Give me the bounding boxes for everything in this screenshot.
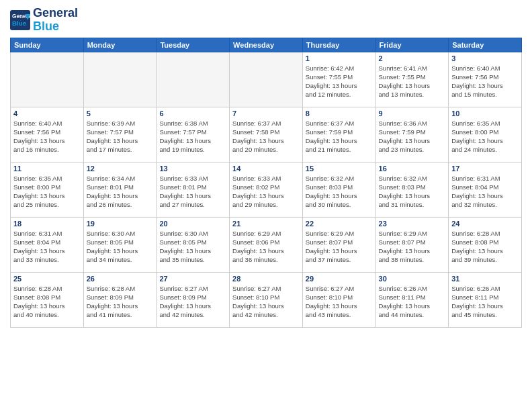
day-cell-26: 26Sunrise: 6:28 AMSunset: 8:09 PMDayligh…: [83, 272, 157, 327]
day-number: 28: [232, 275, 300, 283]
day-number: 15: [306, 165, 373, 173]
day-info: Sunrise: 6:27 AMSunset: 8:10 PMDaylight:…: [306, 284, 373, 320]
day-number: 18: [13, 220, 81, 228]
day-info: Sunrise: 6:29 AMSunset: 8:07 PMDaylight:…: [379, 229, 446, 265]
day-cell-4: 4Sunrise: 6:40 AMSunset: 7:56 PMDaylight…: [11, 107, 84, 162]
day-info: Sunrise: 6:29 AMSunset: 8:07 PMDaylight:…: [306, 229, 373, 265]
day-info: Sunrise: 6:32 AMSunset: 8:03 PMDaylight:…: [379, 174, 446, 210]
day-number: 9: [379, 109, 446, 118]
day-info: Sunrise: 6:33 AMSunset: 8:01 PMDaylight:…: [159, 174, 226, 210]
day-cell-27: 27Sunrise: 6:27 AMSunset: 8:09 PMDayligh…: [157, 272, 230, 327]
weekday-tuesday: Tuesday: [157, 38, 230, 52]
day-info: Sunrise: 6:37 AMSunset: 7:58 PMDaylight:…: [232, 119, 300, 154]
day-cell-8: 8Sunrise: 6:37 AMSunset: 7:59 PMDaylight…: [302, 107, 375, 162]
day-number: 30: [379, 275, 446, 283]
day-cell-30: 30Sunrise: 6:26 AMSunset: 8:11 PMDayligh…: [375, 272, 449, 327]
day-cell-3: 3Sunrise: 6:40 AMSunset: 7:56 PMDaylight…: [449, 52, 522, 107]
svg-text:Blue: Blue: [12, 19, 27, 26]
day-cell-17: 17Sunrise: 6:31 AMSunset: 8:04 PMDayligh…: [449, 162, 522, 217]
day-number: 1: [306, 54, 373, 62]
day-cell-24: 24Sunrise: 6:28 AMSunset: 8:08 PMDayligh…: [449, 217, 522, 272]
day-info: Sunrise: 6:28 AMSunset: 8:08 PMDaylight:…: [13, 284, 81, 320]
day-info: Sunrise: 6:40 AMSunset: 7:56 PMDaylight:…: [13, 119, 81, 154]
day-info: Sunrise: 6:28 AMSunset: 8:08 PMDaylight:…: [451, 229, 519, 265]
day-cell-15: 15Sunrise: 6:32 AMSunset: 8:03 PMDayligh…: [302, 162, 375, 217]
calendar-table: SundayMondayTuesdayWednesdayThursdayFrid…: [10, 38, 522, 328]
weekday-thursday: Thursday: [302, 38, 375, 52]
day-info: Sunrise: 6:39 AMSunset: 7:57 PMDaylight:…: [87, 119, 154, 154]
day-number: 13: [159, 165, 226, 173]
day-info: Sunrise: 6:27 AMSunset: 8:10 PMDaylight:…: [232, 284, 300, 320]
day-info: Sunrise: 6:37 AMSunset: 7:59 PMDaylight:…: [306, 119, 373, 154]
day-info: Sunrise: 6:35 AMSunset: 8:00 PMDaylight:…: [451, 119, 519, 154]
day-info: Sunrise: 6:29 AMSunset: 8:06 PMDaylight:…: [232, 229, 300, 265]
day-cell-20: 20Sunrise: 6:30 AMSunset: 8:05 PMDayligh…: [157, 217, 230, 272]
day-cell-16: 16Sunrise: 6:32 AMSunset: 8:03 PMDayligh…: [375, 162, 449, 217]
day-number: 22: [306, 220, 373, 228]
day-cell-22: 22Sunrise: 6:29 AMSunset: 8:07 PMDayligh…: [302, 217, 375, 272]
day-info: Sunrise: 6:34 AMSunset: 8:01 PMDaylight:…: [87, 174, 154, 210]
logo-text: GeneralBlue: [33, 7, 78, 34]
day-info: Sunrise: 6:28 AMSunset: 8:09 PMDaylight:…: [87, 284, 154, 320]
day-cell-23: 23Sunrise: 6:29 AMSunset: 8:07 PMDayligh…: [375, 217, 449, 272]
weekday-monday: Monday: [83, 38, 157, 52]
day-cell-13: 13Sunrise: 6:33 AMSunset: 8:01 PMDayligh…: [157, 162, 230, 217]
day-info: Sunrise: 6:31 AMSunset: 8:04 PMDaylight:…: [451, 174, 519, 210]
day-info: Sunrise: 6:42 AMSunset: 7:55 PMDaylight:…: [306, 64, 373, 99]
day-number: 4: [13, 109, 81, 118]
weekday-saturday: Saturday: [449, 38, 522, 52]
day-number: 31: [451, 275, 519, 283]
empty-cell: [157, 52, 230, 107]
day-cell-1: 1Sunrise: 6:42 AMSunset: 7:55 PMDaylight…: [302, 52, 375, 107]
day-info: Sunrise: 6:32 AMSunset: 8:03 PMDaylight:…: [306, 174, 373, 210]
day-number: 7: [232, 109, 300, 118]
day-info: Sunrise: 6:26 AMSunset: 8:11 PMDaylight:…: [451, 284, 519, 320]
weekday-friday: Friday: [375, 38, 449, 52]
day-number: 11: [13, 165, 81, 173]
header: General Blue GeneralBlue: [10, 7, 522, 34]
day-number: 3: [451, 54, 519, 62]
day-number: 10: [451, 109, 519, 118]
empty-cell: [230, 52, 303, 107]
week-row-1: 1Sunrise: 6:42 AMSunset: 7:55 PMDaylight…: [11, 52, 522, 107]
day-info: Sunrise: 6:33 AMSunset: 8:02 PMDaylight:…: [232, 174, 300, 210]
day-cell-31: 31Sunrise: 6:26 AMSunset: 8:11 PMDayligh…: [449, 272, 522, 327]
day-cell-10: 10Sunrise: 6:35 AMSunset: 8:00 PMDayligh…: [449, 107, 522, 162]
day-info: Sunrise: 6:40 AMSunset: 7:56 PMDaylight:…: [451, 64, 519, 99]
day-number: 12: [87, 165, 154, 173]
week-row-4: 18Sunrise: 6:31 AMSunset: 8:04 PMDayligh…: [11, 217, 522, 272]
day-number: 26: [87, 275, 154, 283]
weekday-sunday: Sunday: [11, 38, 84, 52]
empty-cell: [83, 52, 157, 107]
day-number: 17: [451, 165, 519, 173]
day-number: 24: [451, 220, 519, 228]
day-cell-9: 9Sunrise: 6:36 AMSunset: 7:59 PMDaylight…: [375, 107, 449, 162]
day-number: 6: [159, 109, 226, 118]
day-info: Sunrise: 6:38 AMSunset: 7:57 PMDaylight:…: [159, 119, 226, 154]
day-info: Sunrise: 6:27 AMSunset: 8:09 PMDaylight:…: [159, 284, 226, 320]
day-cell-18: 18Sunrise: 6:31 AMSunset: 8:04 PMDayligh…: [11, 217, 84, 272]
day-cell-25: 25Sunrise: 6:28 AMSunset: 8:08 PMDayligh…: [11, 272, 84, 327]
week-row-5: 25Sunrise: 6:28 AMSunset: 8:08 PMDayligh…: [11, 272, 522, 327]
day-cell-14: 14Sunrise: 6:33 AMSunset: 8:02 PMDayligh…: [230, 162, 303, 217]
day-info: Sunrise: 6:31 AMSunset: 8:04 PMDaylight:…: [13, 229, 81, 265]
day-cell-21: 21Sunrise: 6:29 AMSunset: 8:06 PMDayligh…: [230, 217, 303, 272]
week-row-3: 11Sunrise: 6:35 AMSunset: 8:00 PMDayligh…: [11, 162, 522, 217]
day-cell-29: 29Sunrise: 6:27 AMSunset: 8:10 PMDayligh…: [302, 272, 375, 327]
day-cell-11: 11Sunrise: 6:35 AMSunset: 8:00 PMDayligh…: [11, 162, 84, 217]
day-cell-6: 6Sunrise: 6:38 AMSunset: 7:57 PMDaylight…: [157, 107, 230, 162]
week-row-2: 4Sunrise: 6:40 AMSunset: 7:56 PMDaylight…: [11, 107, 522, 162]
day-cell-2: 2Sunrise: 6:41 AMSunset: 7:55 PMDaylight…: [375, 52, 449, 107]
day-number: 21: [232, 220, 300, 228]
day-number: 16: [379, 165, 446, 173]
day-cell-19: 19Sunrise: 6:30 AMSunset: 8:05 PMDayligh…: [83, 217, 157, 272]
day-cell-7: 7Sunrise: 6:37 AMSunset: 7:58 PMDaylight…: [230, 107, 303, 162]
day-number: 5: [87, 109, 154, 118]
day-number: 14: [232, 165, 300, 173]
logo: General Blue GeneralBlue: [10, 7, 78, 34]
day-number: 25: [13, 275, 81, 283]
day-info: Sunrise: 6:41 AMSunset: 7:55 PMDaylight:…: [379, 64, 446, 99]
weekday-header-row: SundayMondayTuesdayWednesdayThursdayFrid…: [11, 38, 522, 52]
day-info: Sunrise: 6:35 AMSunset: 8:00 PMDaylight:…: [13, 174, 81, 210]
day-info: Sunrise: 6:36 AMSunset: 7:59 PMDaylight:…: [379, 119, 446, 154]
